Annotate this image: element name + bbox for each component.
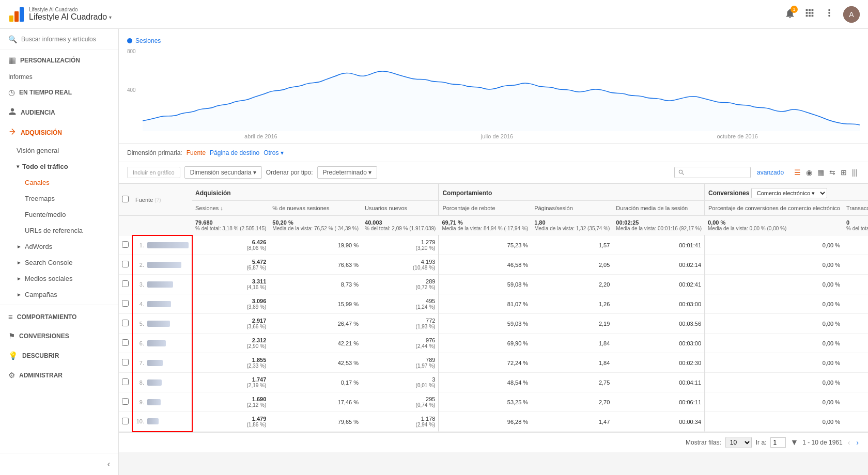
row-paginas-6: 1,84 — [531, 353, 613, 373]
search-input[interactable] — [21, 36, 110, 43]
next-page-button[interactable]: › — [855, 437, 860, 448]
row-paginas-8: 2,70 — [531, 392, 613, 412]
row-duracion-7: 00:04:11 — [613, 373, 705, 392]
grid-icon[interactable] — [804, 7, 815, 21]
toolbar-row: Incluir en gráfico Dimensión secundaria … — [119, 162, 868, 183]
row-checkbox-9[interactable] — [119, 412, 132, 432]
dimension-fuente[interactable]: Fuente — [187, 149, 206, 156]
rows-per-page-select[interactable]: 10 25 50 100 250 500 — [725, 437, 752, 448]
col-conv-pct-header: Porcentaje de conversiones de comercio e… — [705, 201, 843, 216]
select-all-checkbox[interactable] — [122, 196, 129, 202]
logo-area: Lifestyle Al Cuadrado Lifestyle Al Cuadr… — [8, 6, 112, 23]
sidebar-item-conversiones[interactable]: ⚑ CONVERSIONES — [0, 326, 118, 346]
comparison-view-button[interactable]: ⇆ — [827, 167, 838, 178]
secondary-dimension-select[interactable]: Dimensión secundaria ▾ — [184, 166, 262, 179]
sidebar-collapse-button[interactable]: ‹ — [0, 453, 118, 475]
bar-view-button[interactable]: ▦ — [815, 167, 826, 178]
row-usuarios-4: 772 (1,93 %) — [362, 314, 439, 334]
sidebar-item-adquisicion[interactable]: ADQUISICIÓN — [0, 122, 118, 142]
table-row: 9. 1.690 (2,12 %) 17,46 % 295 (0,74 %) 5… — [119, 392, 868, 412]
avanzado-link[interactable]: avanzado — [757, 169, 784, 176]
row-sesiones-4: 2.917 (3,66 %) — [192, 314, 269, 334]
row-checkbox-8[interactable] — [119, 392, 132, 412]
row-checkbox-0[interactable] — [119, 235, 132, 255]
sidebar-item-todo-trafico[interactable]: ▾ Todo el tráfico — [0, 159, 118, 175]
conversion-type-select[interactable]: Comercio electrónico ▾ — [751, 188, 827, 198]
sidebar-item-campanas[interactable]: ► Campañas — [0, 287, 118, 303]
row-paginas-5: 1,84 — [531, 334, 613, 353]
dashboard-icon: ▦ — [8, 55, 16, 65]
bell-button[interactable]: 1 — [784, 8, 796, 21]
sidebar-item-canales[interactable]: Canales — [0, 175, 118, 191]
row-rebote-2: 59,08 % — [439, 275, 531, 294]
row-conv-4: 0,00 % — [705, 314, 843, 334]
go-to-input[interactable] — [770, 437, 786, 448]
dimension-pagina[interactable]: Página de destino — [210, 149, 259, 156]
row-conv-6: 0,00 % — [705, 353, 843, 373]
row-checkbox-7[interactable] — [119, 373, 132, 392]
include-in-chart-button[interactable]: Incluir en gráfico — [127, 167, 180, 178]
svg-rect-2 — [20, 7, 24, 22]
pivot-view-button[interactable]: ||| — [850, 167, 860, 178]
view-icons: ☰ ◉ ▦ ⇆ ⊞ ||| — [792, 167, 860, 178]
totals-rebote: 69,71 % Media de la vista: 84,94 % (-17,… — [439, 216, 531, 235]
scatter-view-button[interactable]: ⊞ — [839, 167, 849, 178]
table-view-button[interactable]: ☰ — [792, 167, 803, 178]
sidebar-item-fuente-medio[interactable]: Fuente/medio — [0, 207, 118, 223]
row-source-1: 2. — [132, 255, 192, 275]
svg-rect-1 — [14, 11, 19, 22]
clock-icon: ◷ — [8, 88, 15, 97]
row-checkbox-3[interactable] — [119, 294, 132, 314]
row-rebote-7: 48,54 % — [439, 373, 531, 392]
row-checkbox-5[interactable] — [119, 334, 132, 353]
sidebar-item-medios-sociales[interactable]: ► Medios sociales — [0, 271, 118, 287]
sidebar-item-personalization[interactable]: ▦ PERSONALIZACIÓN — [0, 50, 118, 70]
chart-section: Sesiones 800 400 abril de 2016 julio de … — [119, 29, 868, 144]
sidebar-item-descubrir[interactable]: 💡 DESCUBRIR — [0, 346, 118, 366]
row-checkbox-4[interactable] — [119, 314, 132, 334]
dimension-otros[interactable]: Otros ▾ — [264, 149, 284, 156]
row-nuevas-7: 0,17 % — [269, 373, 362, 392]
conversiones-label: CONVERSIONES — [19, 332, 69, 340]
sidebar-item-audiencia[interactable]: AUDIENCIA — [0, 102, 118, 122]
row-paginas-3: 1,26 — [531, 294, 613, 314]
pie-view-button[interactable]: ◉ — [804, 167, 814, 178]
search-table-input[interactable] — [685, 169, 747, 176]
go-to-arrow: ▼ — [790, 438, 798, 447]
order-type-select[interactable]: Predeterminado ▾ — [317, 166, 378, 179]
row-checkbox-6[interactable] — [119, 353, 132, 373]
table-row: 4. 3.096 (3,89 %) 15,99 % 495 (1,24 %) 8… — [119, 294, 868, 314]
col-sesiones-header[interactable]: Sesiones ↓ — [192, 201, 269, 216]
table-row: 3. 3.311 (4,16 %) 8,73 % 289 (0,72 %) 59… — [119, 275, 868, 294]
legend-dot — [127, 38, 132, 43]
row-checkbox-1[interactable] — [119, 255, 132, 275]
sidebar-item-search-console[interactable]: ► Search Console — [0, 255, 118, 271]
row-nuevas-0: 19,90 % — [269, 235, 362, 255]
col-duracion-header: Duración media de la sesión — [613, 201, 705, 216]
sidebar-item-realtime[interactable]: ◷ EN TIEMPO REAL — [0, 83, 118, 102]
row-trans-7: 0 (0,00 %) — [843, 373, 868, 392]
row-conv-7: 0,00 % — [705, 373, 843, 392]
more-options-icon[interactable] — [824, 7, 835, 21]
informes-label: Informes — [0, 70, 118, 83]
comportamiento-group-header: Comportamiento — [439, 184, 705, 201]
sidebar-item-vision-general[interactable]: Visión general — [0, 142, 118, 159]
sidebar-item-comportamiento[interactable]: ≡ COMPORTAMIENTO — [0, 307, 118, 326]
avatar[interactable]: A — [843, 6, 860, 23]
row-sesiones-6: 1.855 (2,33 %) — [192, 353, 269, 373]
row-checkbox-2[interactable] — [119, 275, 132, 294]
totals-sesiones: 79.680 % del total: 3,18 % (2.505.145) — [192, 216, 269, 235]
logo-main[interactable]: Lifestyle Al Cuadrado ▾ — [29, 12, 112, 22]
row-nuevas-8: 17,46 % — [269, 392, 362, 412]
row-duracion-6: 00:02:30 — [613, 353, 705, 373]
sidebar-item-treemaps[interactable]: Treemaps — [0, 191, 118, 207]
prev-page-button[interactable]: ‹ — [847, 437, 851, 448]
row-trans-6: 0 (0,00 %) — [843, 353, 868, 373]
row-duracion-8: 00:06:11 — [613, 392, 705, 412]
sidebar-item-urls-referencia[interactable]: URLs de referencia — [0, 223, 118, 239]
x-label-julio: julio de 2016 — [481, 133, 513, 139]
search-icon: 🔍 — [8, 35, 17, 43]
collapse-icon: ‹ — [107, 460, 110, 469]
sidebar-item-administrar[interactable]: ⚙ ADMINISTRAR — [0, 366, 118, 385]
sidebar-item-adwords[interactable]: ► AdWords — [0, 239, 118, 255]
